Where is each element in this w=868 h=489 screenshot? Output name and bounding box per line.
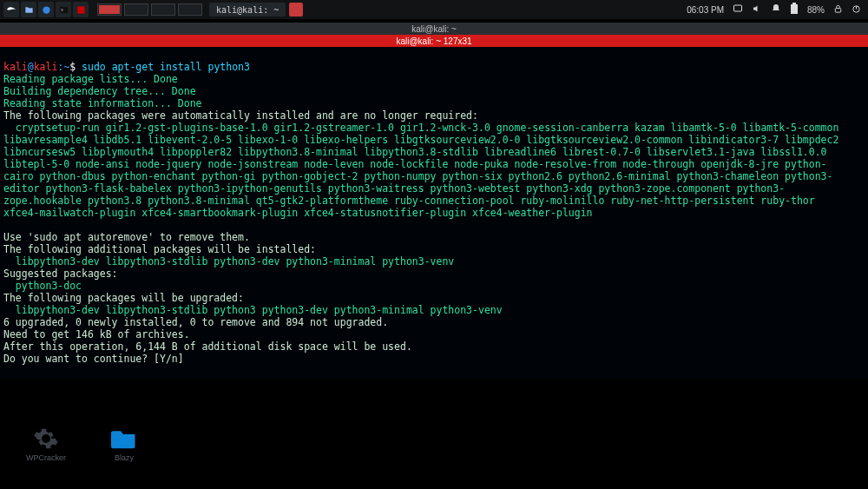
terminal-window: kali@kali: ~ kali@kali: ~ 127x31 kali@ka…	[0, 23, 868, 379]
out-line: After this operation, 6,144 B of additio…	[3, 340, 412, 353]
out-line: Reading package lists... Done	[3, 73, 178, 85]
prompt-at: @	[28, 61, 34, 73]
volume-icon[interactable]	[752, 3, 762, 16]
prompt-dollar: $	[69, 61, 82, 73]
window-tab-label: kali@kali: ~	[411, 24, 457, 34]
out-line: Building dependency tree... Done	[3, 85, 196, 97]
xfce-panel: kali@kali: ~ 06:03 PM 88%	[0, 0, 868, 19]
out-autoremove-list: cryptsetup-run gir1.2-gst-plugins-base-1…	[3, 122, 854, 219]
prompt-host: kali	[34, 61, 58, 73]
desktop-icons: WPCracker Blazy	[24, 426, 146, 462]
power-icon[interactable]	[852, 4, 861, 16]
out-section-header: The following additional packages will b…	[3, 243, 316, 255]
files-launcher[interactable]	[21, 2, 36, 17]
out-suggested-list: python3-doc	[3, 280, 82, 292]
window-tab[interactable]: kali@kali: ~	[0, 23, 868, 35]
prompt-user: kali	[3, 61, 28, 73]
out-additional-list: libpython3-dev libpython3-stdlib python3…	[3, 255, 454, 268]
terminal-viewport[interactable]: kali@kali:~$ sudo apt-get install python…	[0, 47, 868, 379]
panel-launchers	[0, 2, 89, 17]
workspace-switcher[interactable]	[97, 3, 202, 16]
desktop-icon-label: Blazy	[115, 453, 134, 462]
workspace-1[interactable]	[97, 3, 122, 16]
kali-menu-button[interactable]	[3, 2, 19, 17]
out-line: Use 'sudo apt autoremove' to remove them…	[3, 231, 250, 243]
svg-rect-4	[791, 4, 798, 14]
task-label: kali@kali: ~	[216, 5, 279, 15]
editor-launcher[interactable]	[73, 2, 89, 17]
window-title: kali@kali: ~ 127x31	[396, 36, 471, 46]
task-active[interactable]	[289, 3, 303, 17]
clock[interactable]: 06:03 PM	[687, 5, 724, 15]
out-section-header: Suggested packages:	[3, 268, 118, 280]
out-line: Need to get 146 kB of archives.	[3, 328, 190, 340]
workspace-2[interactable]	[124, 3, 148, 16]
gear-icon	[33, 426, 59, 452]
terminal-launcher[interactable]	[56, 2, 71, 17]
out-prompt-line: Do you want to continue? [Y/n]	[3, 353, 184, 365]
svg-rect-2	[77, 6, 84, 13]
desktop-icon-label: WPCracker	[26, 453, 66, 462]
desktop-icon-blazy[interactable]: Blazy	[102, 426, 146, 462]
out-line: 6 upgraded, 0 newly installed, 0 to remo…	[3, 316, 388, 328]
workspace-3[interactable]	[151, 3, 175, 16]
browser-launcher[interactable]	[38, 2, 54, 17]
prompt: kali@kali:~$	[3, 61, 82, 73]
svg-point-0	[43, 6, 49, 13]
typed-command: sudo apt-get install python3	[82, 61, 250, 73]
lock-icon[interactable]	[833, 4, 843, 16]
prompt-path: :~	[57, 61, 69, 73]
network-icon[interactable]	[733, 3, 743, 16]
workspace-4[interactable]	[178, 3, 202, 16]
window-titlebar[interactable]: kali@kali: ~ 127x31	[0, 35, 868, 47]
folder-icon	[111, 426, 137, 452]
out-section-header: The following packages were automaticall…	[3, 109, 478, 122]
out-section-header: The following packages will be upgraded:	[3, 292, 244, 304]
svg-rect-1	[59, 6, 67, 12]
svg-rect-5	[792, 3, 796, 4]
desktop-icon-wpcracker[interactable]: WPCracker	[24, 426, 68, 462]
battery-label: 88%	[807, 5, 825, 15]
svg-rect-6	[835, 8, 840, 12]
out-upgrade-list: libpython3-dev libpython3-stdlib python3…	[3, 304, 503, 316]
notifications-icon[interactable]	[771, 3, 781, 16]
svg-rect-3	[733, 5, 741, 11]
window-list: kali@kali: ~	[209, 3, 687, 17]
system-tray: 06:03 PM 88%	[687, 3, 868, 17]
out-line: Reading state information... Done	[3, 97, 201, 109]
task-terminal[interactable]: kali@kali: ~	[209, 3, 286, 17]
battery-icon[interactable]	[790, 3, 799, 17]
